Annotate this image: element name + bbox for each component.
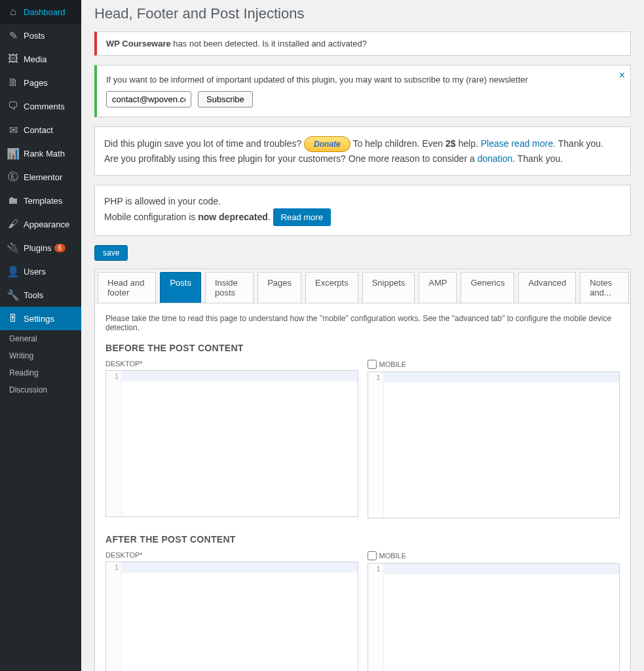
sidebar-item-settings[interactable]: 🎚Settings — [0, 307, 81, 330]
mobile-label: MOBILE — [379, 552, 407, 560]
sidebar-item-templates[interactable]: 🖿Templates — [0, 189, 81, 212]
contact-icon: ✉ — [7, 123, 20, 136]
section-before-title: BEFORE THE POST CONTENT — [105, 343, 620, 353]
tab-head-and-footer[interactable]: Head and footer — [98, 272, 156, 303]
sidebar-item-posts[interactable]: ✎Posts — [0, 24, 81, 47]
donate-button[interactable]: Donate — [304, 136, 350, 152]
sidebar-item-label: Tools — [24, 290, 43, 300]
settings-icon: 🎚 — [7, 312, 20, 325]
sidebar-item-label: Pages — [24, 78, 48, 88]
users-icon: 👤 — [7, 265, 20, 278]
tab-inside-posts[interactable]: Inside posts — [205, 272, 254, 303]
php-panel: PHP is allowed in your code. Mobile conf… — [94, 185, 631, 236]
sidebar-item-label: Posts — [24, 31, 45, 41]
sidebar-item-label: Elementor — [24, 172, 62, 182]
tab-posts[interactable]: Posts — [160, 272, 201, 303]
sidebar-item-pages[interactable]: 🗎Pages — [0, 71, 81, 94]
comments-icon: 🗨 — [7, 100, 20, 113]
tabs-bar: Head and footerPostsInside postsPagesExc… — [95, 269, 630, 303]
after-mobile-editor[interactable]: 1 — [368, 563, 620, 671]
plugins-icon: 🔌 — [7, 241, 20, 254]
submenu-item-discussion[interactable]: Discussion — [0, 381, 81, 398]
submenu-item-reading[interactable]: Reading — [0, 364, 81, 381]
sidebar-item-label: Comments — [24, 102, 65, 111]
tab-amp[interactable]: AMP — [419, 272, 457, 303]
newsletter-notice: × If you want to be informed of importan… — [94, 65, 631, 117]
sidebar-item-label: Rank Math — [24, 149, 65, 159]
subscribe-button[interactable]: Subscribe — [198, 91, 253, 107]
newsletter-text: If you want to be informed of important … — [106, 75, 621, 85]
desktop-label: DESKTOP* — [105, 360, 358, 368]
sidebar-item-label: Contact — [24, 125, 53, 135]
sidebar-item-comments[interactable]: 🗨Comments — [0, 94, 81, 118]
read-more-button[interactable]: Read more — [273, 208, 331, 226]
admin-sidebar: ⌂Dashboard✎Posts🖾Media🗎Pages🗨Comments✉Co… — [0, 0, 81, 671]
donate-panel: Did this plugin save you lot of time and… — [94, 126, 631, 176]
before-mobile-checkbox[interactable] — [368, 360, 377, 369]
media-icon: 🖾 — [7, 52, 20, 66]
submenu-item-writing[interactable]: Writing — [0, 347, 81, 364]
tools-icon: 🔧 — [7, 288, 20, 301]
sidebar-item-dashboard[interactable]: ⌂Dashboard — [0, 0, 81, 24]
instructions: Please take the time to read this page t… — [105, 314, 620, 332]
tab-excerpts[interactable]: Excerpts — [305, 272, 358, 303]
error-notice: WP Courseware has not been detected. Is … — [94, 31, 631, 56]
rank-math-icon: 📊 — [7, 147, 20, 160]
sidebar-item-label: Media — [24, 54, 47, 64]
tab-notes-and-[interactable]: Notes and... — [580, 272, 629, 303]
mobile-label: MOBILE — [379, 360, 407, 368]
pages-icon: 🗎 — [7, 76, 20, 89]
tab-pages[interactable]: Pages — [257, 272, 301, 303]
read-more-link[interactable]: Please read more — [481, 138, 554, 149]
after-mobile-checkbox[interactable] — [368, 551, 377, 560]
dashboard-icon: ⌂ — [7, 5, 20, 18]
main-content: Head, Footer and Post Injections WP Cour… — [81, 0, 644, 671]
close-icon[interactable]: × — [619, 69, 625, 81]
sidebar-item-label: Users — [24, 267, 46, 277]
tabs-container: Head and footerPostsInside postsPagesExc… — [94, 269, 631, 671]
sidebar-item-elementor[interactable]: ⒺElementor — [0, 165, 81, 189]
sidebar-item-appearance[interactable]: 🖌Appearance — [0, 212, 81, 236]
error-text: has not been detected. Is it installed a… — [171, 39, 367, 48]
sidebar-item-label: Plugins — [24, 243, 52, 253]
appearance-icon: 🖌 — [7, 218, 20, 231]
page-title: Head, Footer and Post Injections — [94, 5, 631, 22]
tab-generics[interactable]: Generics — [461, 272, 514, 303]
templates-icon: 🖿 — [7, 194, 20, 207]
plugins-update-badge: 6 — [54, 244, 66, 252]
posts-icon: ✎ — [7, 29, 20, 42]
sidebar-item-rank-math[interactable]: 📊Rank Math — [0, 142, 81, 165]
sidebar-item-contact[interactable]: ✉Contact — [0, 118, 81, 142]
sidebar-item-plugins[interactable]: 🔌Plugins6 — [0, 236, 81, 259]
save-button[interactable]: save — [94, 245, 128, 261]
tab-snippets[interactable]: Snippets — [362, 272, 415, 303]
sidebar-item-tools[interactable]: 🔧Tools — [0, 283, 81, 307]
error-plugin-name: WP Courseware — [106, 39, 171, 48]
sidebar-item-label: Settings — [24, 314, 54, 324]
sidebar-item-label: Appearance — [24, 220, 69, 229]
submenu-item-general[interactable]: General — [0, 330, 81, 347]
sidebar-item-label: Dashboard — [24, 7, 66, 17]
sidebar-item-users[interactable]: 👤Users — [0, 259, 81, 283]
tab-advanced[interactable]: Advanced — [518, 272, 576, 303]
before-desktop-editor[interactable]: 1 — [105, 370, 358, 517]
donation-link[interactable]: donation — [478, 153, 513, 164]
before-mobile-editor[interactable]: 1 — [368, 372, 620, 518]
sidebar-item-label: Templates — [24, 196, 62, 206]
after-desktop-editor[interactable]: 1 — [105, 562, 358, 671]
desktop-label: DESKTOP* — [105, 551, 358, 559]
sidebar-item-media[interactable]: 🖾Media — [0, 47, 81, 71]
newsletter-email-input[interactable] — [106, 91, 191, 107]
section-after-title: AFTER THE POST CONTENT — [105, 534, 620, 545]
elementor-icon: Ⓔ — [7, 170, 20, 183]
